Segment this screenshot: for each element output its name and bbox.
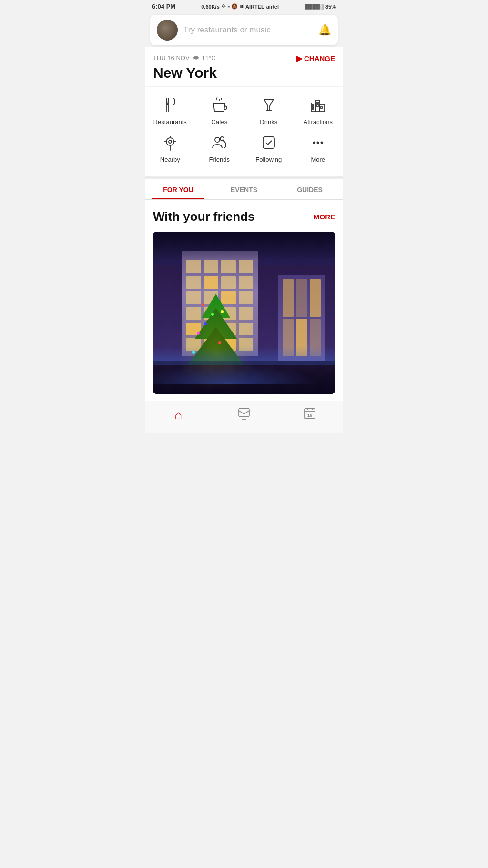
change-button[interactable]: ▶ CHANGE xyxy=(296,54,335,63)
section-header: With your friends MORE xyxy=(153,209,335,224)
section-divider xyxy=(145,176,343,179)
category-row-1: Restaurants Cafes xyxy=(145,95,343,125)
more-link[interactable]: MORE xyxy=(314,213,335,221)
friends-label: Friends xyxy=(209,156,230,163)
messages-icon xyxy=(237,407,251,424)
location-arrow-icon: ▶ xyxy=(296,54,302,63)
more-label: More xyxy=(311,156,325,163)
nav-messages[interactable] xyxy=(230,407,258,424)
cafes-icon xyxy=(211,95,228,114)
svg-rect-11 xyxy=(312,105,314,106)
svg-rect-28 xyxy=(239,408,249,417)
nav-home[interactable]: ⌂ xyxy=(164,408,193,423)
location-section: THU 16 NOV 🌧 11°C ▶ CHANGE New York xyxy=(145,47,343,86)
date-text: THU 16 NOV xyxy=(153,54,190,62)
bell-icon[interactable]: 🔔 xyxy=(318,24,331,36)
search-bar[interactable]: Try restaurants or music 🔔 xyxy=(150,15,338,45)
status-time: 6:04 PM xyxy=(152,3,175,10)
category-grid: Restaurants Cafes xyxy=(145,87,343,176)
bottom-nav: ⌂ 16 xyxy=(145,401,343,433)
attractions-label: Attractions xyxy=(304,118,333,125)
avatar[interactable] xyxy=(157,20,178,41)
svg-point-23 xyxy=(220,137,224,141)
calendar-icon: 16 xyxy=(303,407,316,424)
svg-point-25 xyxy=(313,142,315,144)
svg-rect-24 xyxy=(263,137,274,148)
card-image-placeholder xyxy=(153,232,335,394)
status-battery: ▓▓▓▓░ 85% xyxy=(305,4,336,10)
category-drinks[interactable]: Drinks xyxy=(250,95,288,125)
category-nearby[interactable]: Nearby xyxy=(151,133,189,163)
svg-rect-12 xyxy=(312,108,314,109)
svg-rect-15 xyxy=(321,107,322,108)
section-title: With your friends xyxy=(153,209,255,224)
status-bar: 6:04 PM 0.60K/s ✈ ♭ 🔕 ≋ AIRTEL airtel ▓▓… xyxy=(145,0,343,13)
svg-point-16 xyxy=(166,138,174,145)
cafes-label: Cafes xyxy=(211,118,227,125)
more-icon xyxy=(309,133,326,152)
svg-point-27 xyxy=(321,142,323,144)
nearby-icon xyxy=(162,133,179,152)
restaurants-icon xyxy=(162,95,179,114)
nearby-label: Nearby xyxy=(160,156,180,163)
category-cafes[interactable]: Cafes xyxy=(200,95,238,125)
svg-rect-14 xyxy=(317,105,318,106)
following-label: Following xyxy=(255,156,282,163)
tab-guides[interactable]: GUIDES xyxy=(277,179,343,199)
drinks-label: Drinks xyxy=(260,118,277,125)
nav-calendar[interactable]: 16 xyxy=(295,407,324,424)
following-icon xyxy=(260,133,277,152)
attractions-icon xyxy=(309,95,326,114)
category-attractions[interactable]: Attractions xyxy=(299,95,337,125)
weather-icon: 🌧 xyxy=(193,54,199,62)
svg-point-17 xyxy=(169,140,172,143)
friends-icon xyxy=(211,133,228,152)
date-weather: THU 16 NOV 🌧 11°C xyxy=(153,54,216,62)
svg-point-26 xyxy=(317,142,319,144)
category-following[interactable]: Following xyxy=(250,133,288,163)
temperature-text: 11°C xyxy=(202,54,216,62)
category-friends[interactable]: Friends xyxy=(200,133,238,163)
svg-text:16: 16 xyxy=(307,413,312,418)
drinks-icon xyxy=(260,95,277,114)
svg-point-22 xyxy=(215,137,220,142)
tab-for-you[interactable]: FOR YOU xyxy=(145,179,211,199)
city-name: New York xyxy=(153,65,335,81)
svg-rect-7 xyxy=(311,103,316,112)
tabs-bar: FOR YOU EVENTS GUIDES xyxy=(145,179,343,200)
status-network: 0.60K/s ✈ ♭ 🔕 ≋ AIRTEL airtel xyxy=(201,3,279,10)
category-restaurants[interactable]: Restaurants xyxy=(151,95,189,125)
content-section: With your friends MORE xyxy=(145,200,343,401)
home-icon: ⌂ xyxy=(174,408,182,423)
category-row-2: Nearby Friends Following xyxy=(145,133,343,163)
restaurants-label: Restaurants xyxy=(153,118,187,125)
category-more[interactable]: More xyxy=(299,133,337,163)
search-placeholder[interactable]: Try restaurants or music xyxy=(183,25,313,35)
location-header: THU 16 NOV 🌧 11°C ▶ CHANGE xyxy=(153,54,335,63)
tab-events[interactable]: EVENTS xyxy=(211,179,277,199)
featured-card[interactable] xyxy=(153,232,335,394)
